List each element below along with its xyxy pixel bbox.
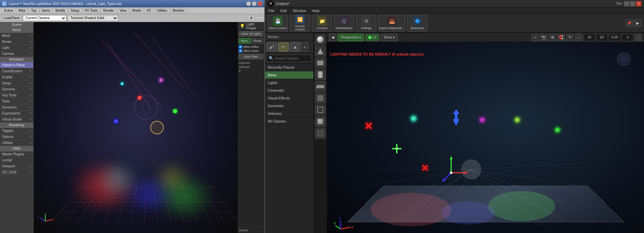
lw-menu-utilities[interactable]: Utilities	[154, 8, 169, 13]
lw-loadsave-btn[interactable]: Load/Save	[2, 15, 21, 20]
ue-toolbar-pin-btn[interactable]: 📌	[626, 19, 633, 27]
lw-btn-toggles[interactable]: Toggles ▾	[0, 128, 33, 134]
ue-light-cross-green[interactable]	[391, 143, 403, 155]
lw-btn-camera[interactable]: Camera ▾	[0, 51, 33, 57]
ue-thumb-empty2[interactable]	[315, 104, 326, 115]
ue-light-cross-red-1[interactable]: ✕	[364, 121, 373, 132]
ue-import-btn[interactable]: 📥 Import Datasmith...	[378, 15, 405, 31]
lw-menu-modify[interactable]: Modify	[53, 8, 67, 13]
ue-category-visual-effects[interactable]: Visual Effects	[265, 94, 313, 102]
ue-thumb-plane[interactable]	[315, 81, 326, 92]
ue-light-star-magenta[interactable]: ✳	[478, 114, 486, 126]
lw-btn-expressions[interactable]: Expressions ▾	[0, 110, 33, 116]
ue-maximize-btn[interactable]: □	[630, 1, 635, 6]
lw-btn-dynamics[interactable]: Dynamics ▾	[0, 104, 33, 110]
ue-vp-perspective-btn[interactable]: Perspective ▾	[338, 34, 364, 41]
ue-thumb-cylinder[interactable]	[315, 69, 326, 80]
lw-menu-scene[interactable]: Scene	[1, 8, 15, 13]
lw-fullscreen-btn[interactable]: ⛶	[256, 15, 262, 20]
lw-btn-keytools[interactable]: Key Tools ▾	[0, 92, 33, 98]
ue-viewport[interactable]: ◀ Perspective ▾ Lit Show ▾ + 📷 ⊞	[327, 33, 644, 233]
ue-vp-maximize-btn[interactable]: ⛶	[635, 34, 642, 41]
ue-vp-lit-btn[interactable]: Lit	[365, 34, 379, 41]
light-props-tab-shadow[interactable]: Shado	[251, 38, 264, 44]
lw-menu-view[interactable]: View	[117, 8, 129, 13]
ue-source-control-btn[interactable]: 🔀 Source Control	[290, 15, 310, 31]
lw-btn-utilities[interactable]: Utilities ▾	[0, 140, 33, 146]
lw-btn-options[interactable]: Options ▾	[0, 134, 33, 140]
lw-close-btn[interactable]: ✕	[258, 1, 262, 6]
ue-thumb-empty3[interactable]	[315, 116, 326, 127]
ue-thumb-empty1[interactable]	[315, 93, 326, 103]
ue-light-orb-yellow-green[interactable]	[515, 118, 520, 122]
ue-vp-left-arrow-btn[interactable]: ◀	[329, 34, 336, 41]
lw-btn-tools[interactable]: Tools ▾	[0, 98, 33, 104]
ue-menu-window[interactable]: Window	[291, 8, 307, 13]
lw-btn-bones[interactable]: Bones ▾	[0, 39, 33, 45]
ue-mode-paint-tab[interactable]: 🖌	[266, 42, 277, 52]
clear-all-lights-btn[interactable]: Clear All Lights	[239, 31, 263, 36]
ue-thumb-cone[interactable]	[315, 46, 326, 57]
lw-menu-io[interactable]: I/O	[144, 8, 153, 13]
lw-btn-parent-in-place[interactable]: Parent in Place ▾	[0, 62, 33, 68]
ue-blueprints-btn[interactable]: 🔷 Blueprints	[407, 15, 427, 31]
ue-menu-edit[interactable]: Edit	[279, 8, 288, 13]
lens-flare-btn[interactable]: Lens Flare	[239, 54, 263, 59]
ue-menu-help[interactable]: Help	[311, 8, 321, 13]
light-props-tab-basic[interactable]: Basic	[238, 38, 251, 44]
lw-viewmode-select[interactable]: Textured Shaded Solid	[68, 15, 118, 21]
ue-close-btn[interactable]: ✕	[636, 1, 641, 6]
ue-light-orb-green[interactable]	[555, 128, 560, 132]
ue-vp-grid-btn[interactable]: ⊞	[549, 34, 556, 41]
ue-light-cross-red-2[interactable]: ✕	[421, 163, 429, 174]
lw-btn-coordsystem[interactable]: CoordSystem ▾	[0, 68, 33, 74]
lw-menu-items[interactable]: Items	[40, 8, 52, 13]
ue-thumb-sphere[interactable]	[315, 34, 326, 45]
ue-category-basic[interactable]: Basic	[265, 71, 313, 79]
lw-btn-mesh[interactable]: Mesh ▾	[0, 33, 33, 39]
lw-viewport[interactable]: ✳ X Z	[34, 22, 237, 233]
ue-category-all-classes[interactable]: All Classes	[265, 118, 313, 125]
lw-menu-setup[interactable]: Setup	[68, 8, 82, 13]
ue-vp-snap-btn[interactable]: 🧲	[557, 34, 565, 41]
ue-vp-add-btn[interactable]: +	[531, 34, 539, 41]
lw-btn-light[interactable]: Light ▾	[0, 45, 33, 51]
ue-settings-btn[interactable]: ⚙ Settings	[356, 15, 376, 31]
ue-category-lights[interactable]: Lights	[265, 79, 313, 87]
lw-camera-select[interactable]: Current Camera	[23, 15, 66, 21]
lw-btn-genoma[interactable]: Genoma ▾	[0, 86, 33, 92]
affect-diffuse-checkbox[interactable]	[239, 45, 242, 49]
ue-category-recently-placed[interactable]: Recently Placed	[265, 64, 313, 71]
ue-save-btn[interactable]: 💾 Save Current	[268, 15, 288, 31]
lw-menu-fxtools[interactable]: FX Tools	[83, 8, 100, 13]
ue-vp-scale-snap-btn[interactable]: ↔	[575, 34, 582, 41]
ue-content-btn[interactable]: 📁 Content	[312, 15, 332, 31]
lw-menu-modeler[interactable]: Modeler	[170, 8, 187, 13]
affect-opac-checkbox[interactable]	[239, 49, 242, 53]
ue-vp-show-btn[interactable]: Show ▾	[381, 34, 398, 41]
ue-vp-rotate-snap-btn[interactable]: ↻	[566, 34, 574, 41]
lw-menu-top[interactable]: Top	[29, 8, 39, 13]
ue-vp-cam-btn[interactable]: 📷	[540, 34, 547, 41]
ue-marketplace-btn[interactable]: 🛒 Marketplace	[334, 15, 354, 31]
ue-category-volumes[interactable]: Volumes	[265, 110, 313, 118]
ue-search-input[interactable]	[275, 57, 318, 60]
ue-mode-place-tab[interactable]: ✏	[278, 42, 289, 52]
ue-thumb-empty4[interactable]	[315, 128, 326, 139]
lw-btn-enable[interactable]: Enable ▾	[0, 74, 33, 80]
lw-menu-mike[interactable]: Mike	[16, 8, 28, 13]
lw-btn-master-plugins[interactable]: Master Plugins ○	[0, 151, 33, 157]
ue-mode-more-btn[interactable]: ▸	[302, 42, 308, 52]
ue-toolbar-settings-small-btn[interactable]: ▶	[634, 19, 641, 27]
lw-btn-virtual-studio[interactable]: Virtual Studio ▾	[0, 116, 33, 123]
lw-btn-lscript[interactable]: Lscript	[0, 157, 33, 163]
lw-maximize-btn[interactable]: □	[252, 1, 257, 6]
ue-minimize-btn[interactable]: ─	[624, 1, 629, 6]
ue-move-arrows[interactable]	[441, 156, 468, 183]
lw-btn-od2018[interactable]: OD_2018 ▾	[0, 169, 33, 175]
lw-btn-viewport[interactable]: Viewport ▾	[0, 163, 33, 169]
lw-menu-render[interactable]: Render	[101, 8, 116, 13]
ue-category-cinematic[interactable]: Cinematic	[265, 87, 313, 94]
lw-menu-model[interactable]: Model	[130, 8, 144, 13]
ue-category-geometry[interactable]: Geometry	[265, 102, 313, 110]
